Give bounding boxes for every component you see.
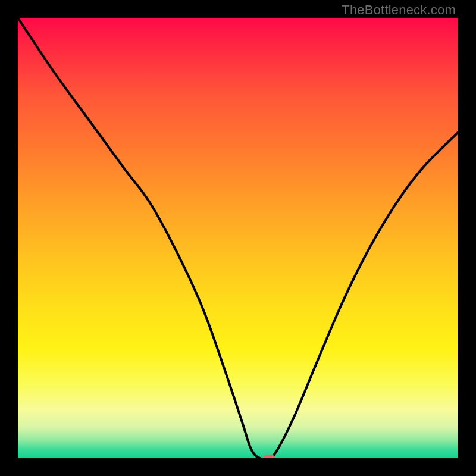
bottleneck-curve — [18, 18, 458, 458]
chart-frame: TheBottleneck.com — [0, 0, 476, 476]
watermark-text: TheBottleneck.com — [342, 2, 456, 18]
optimal-point-marker — [263, 455, 275, 458]
plot-area — [18, 18, 458, 458]
